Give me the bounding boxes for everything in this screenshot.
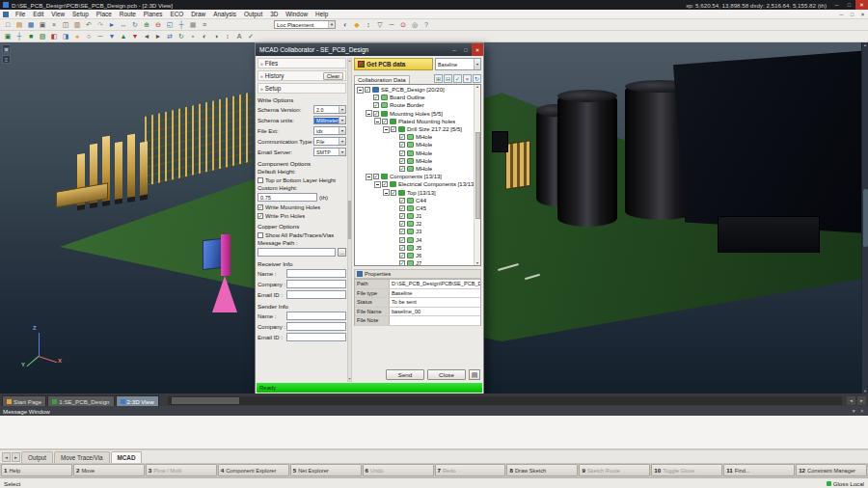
rotate-mode-icon[interactable]: ↻	[130, 20, 141, 30]
panel-tab[interactable]: MCAD	[111, 451, 143, 463]
tree-expander-icon[interactable]	[366, 102, 372, 109]
viewport-vscrollbar[interactable]: ▲ ▼	[861, 42, 868, 393]
option-combobox[interactable]: SMTP ▼	[313, 148, 346, 156]
help-icon[interactable]: ?	[421, 20, 432, 30]
hscroll-thumb[interactable]	[172, 397, 239, 404]
save-icon[interactable]: ▦	[26, 20, 37, 30]
browse-button[interactable]: ...	[338, 248, 346, 257]
tree-item[interactable]: Drill Size 217.22 [5/5]	[355, 125, 474, 133]
move-mode-icon[interactable]: ↔	[119, 20, 129, 30]
function-key-button[interactable]: 4 Component Explorer	[218, 464, 289, 476]
maximize-icon[interactable]: □	[843, 0, 855, 10]
paste-icon[interactable]: ▥	[72, 20, 83, 30]
chevron-down-icon[interactable]: ▼	[474, 59, 480, 69]
function-key-button[interactable]: 3 Plow / Multi	[146, 464, 217, 476]
properties-header[interactable]: Properties	[354, 269, 481, 279]
top-layer-icon[interactable]: ◧	[49, 32, 60, 41]
open-file-icon[interactable]: ▤	[14, 20, 25, 30]
tree-expander-icon[interactable]	[383, 126, 390, 133]
tree-expander-icon[interactable]	[392, 157, 398, 164]
minimize-icon[interactable]: ─	[830, 0, 843, 10]
cut-icon[interactable]: ×	[49, 20, 60, 30]
menu-item[interactable]: Analysis	[209, 10, 240, 18]
baseline-combobox[interactable]: Baseline ▼	[435, 58, 481, 70]
net-icon[interactable]: ─	[387, 20, 397, 30]
tree-item[interactable]: Electrical Components [13/13]	[355, 180, 474, 188]
scroll-up-icon[interactable]: ▲	[863, 42, 867, 47]
grid-icon[interactable]: ▦	[188, 20, 199, 30]
menu-item[interactable]: View	[47, 10, 68, 18]
tree-checkbox[interactable]	[399, 213, 405, 219]
menu-item[interactable]: Route	[116, 10, 140, 18]
zoom-fit-icon[interactable]: ◱	[165, 20, 176, 30]
message-path-input[interactable]	[258, 248, 336, 257]
swap-icon[interactable]: ⇄	[165, 32, 176, 41]
tree-expander-icon[interactable]	[392, 253, 398, 259]
tree-checkbox[interactable]	[373, 111, 379, 117]
visibility-icon[interactable]: ◐	[200, 32, 210, 41]
tree-scrollbar[interactable]: ▲ ▼	[474, 85, 480, 265]
pour-icon[interactable]: ▨	[38, 32, 48, 41]
function-key-button[interactable]: 6 Undo	[363, 464, 434, 476]
tree-expander-icon[interactable]	[392, 165, 398, 172]
undo-icon[interactable]: ↶	[84, 20, 95, 30]
tree-expander-icon[interactable]	[392, 197, 398, 203]
scroll-thumb[interactable]	[348, 201, 351, 239]
view-tab[interactable]: 1:SE_PCB_Design	[47, 395, 114, 406]
view-tab[interactable]: 2:3D View	[116, 395, 159, 406]
tree-item[interactable]: MHole	[355, 133, 474, 141]
scroll-down-icon[interactable]: ▼	[348, 377, 351, 381]
accordion-history[interactable]: » History Clear	[258, 70, 346, 81]
route-icon[interactable]: ┼	[14, 32, 25, 41]
tree-item[interactable]: Plated Mounting holes	[355, 118, 474, 125]
hole-icon[interactable]: ○	[84, 32, 95, 41]
tree-item[interactable]: SE_PCB_Design [20/20]	[355, 86, 474, 94]
receiver-email-input[interactable]	[286, 290, 346, 299]
tree-item[interactable]: J1	[355, 212, 474, 220]
check-icon[interactable]: ✓	[246, 32, 257, 41]
pan-icon[interactable]: ┼	[176, 20, 187, 30]
plane-icon[interactable]: ■	[26, 32, 37, 41]
sender-email-input[interactable]	[286, 333, 346, 341]
close-button[interactable]: Close	[427, 369, 466, 380]
custom-height-input[interactable]	[258, 193, 317, 202]
mdi-minimize-icon[interactable]: ─	[836, 12, 847, 17]
tree-expander-icon[interactable]	[357, 87, 364, 94]
tree-checkbox[interactable]	[373, 174, 379, 179]
dialog-minimize-icon[interactable]: ─	[448, 43, 460, 56]
clear-history-button[interactable]: Clear	[323, 72, 343, 80]
zoom-out-icon[interactable]: ⊖	[153, 20, 164, 30]
show-all-pads-checkbox[interactable]	[258, 232, 263, 238]
dialog-titlebar[interactable]: MCAD Collaborator - SE_PCB_Design ─ □ ✕	[256, 43, 483, 56]
scroll-right-icon[interactable]: ►	[857, 396, 866, 405]
layer-up-icon[interactable]: ▲	[119, 32, 129, 41]
print-icon[interactable]: ▤	[469, 369, 480, 380]
tree-expander-icon[interactable]	[392, 236, 398, 243]
tree-checkbox[interactable]	[399, 150, 405, 156]
zoom-in-icon[interactable]: ⊕	[142, 20, 152, 30]
tree-expander-icon[interactable]	[392, 260, 398, 265]
redo-icon[interactable]: ↷	[95, 20, 106, 30]
chevron-down-icon[interactable]: ▼	[339, 149, 345, 155]
chevron-down-icon[interactable]: ▼	[339, 106, 345, 113]
options-icon[interactable]: ◎	[410, 20, 420, 30]
tree-checkbox[interactable]	[399, 142, 405, 148]
tree-expander-icon[interactable]	[374, 118, 381, 124]
tree-checkbox[interactable]	[399, 260, 405, 265]
scroll-down-icon[interactable]: ▼	[475, 261, 478, 265]
refresh-tree-icon[interactable]: ↻	[473, 74, 481, 83]
panel-close-icon[interactable]: ✕	[860, 408, 864, 414]
next-icon[interactable]: ►	[153, 32, 164, 41]
select-mode-icon[interactable]: ►	[107, 20, 118, 30]
option-combobox[interactable]: idx ▼	[313, 126, 346, 135]
display-control-icon[interactable]: ◐	[340, 20, 351, 30]
place-icon[interactable]: ▣	[3, 32, 14, 41]
teardrop-icon[interactable]: ▼	[107, 32, 118, 41]
tree-item[interactable]: C45	[355, 204, 474, 212]
chevron-down-icon[interactable]: ▼	[339, 127, 345, 134]
contrast-icon[interactable]: ◑	[211, 32, 222, 41]
sender-name-input[interactable]	[286, 312, 346, 320]
scroll-up-icon[interactable]: ▲	[475, 85, 478, 89]
tree-item[interactable]: Components [13/13]	[355, 173, 474, 180]
tree-item[interactable]: MHole	[355, 149, 474, 157]
